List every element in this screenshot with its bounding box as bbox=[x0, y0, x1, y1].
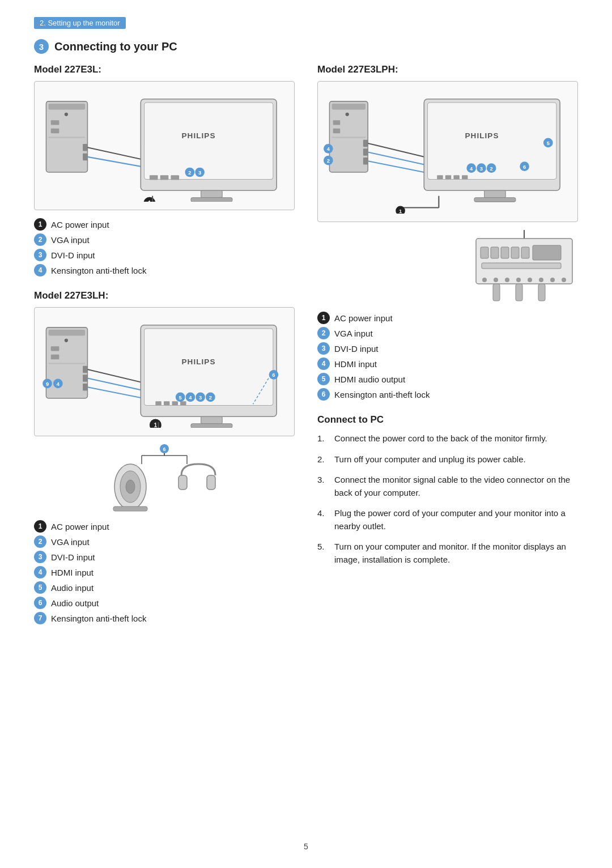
connect-to-pc-heading: Connect to PC bbox=[317, 414, 578, 426]
svg-rect-120 bbox=[491, 247, 499, 258]
connector-item: 4 HDMI input bbox=[317, 358, 578, 370]
model-227E3LPH-diagram: PHILIPS 5 6 bbox=[317, 81, 578, 222]
svg-rect-27 bbox=[49, 330, 86, 335]
connect-to-pc-section: Connect to PC 1. Connect the power cord … bbox=[317, 414, 578, 566]
model-227E3L-section: Model 227E3L: bbox=[34, 64, 295, 276]
audio-devices-svg: 6 bbox=[108, 444, 221, 512]
connector-item: 5 Audio input bbox=[34, 581, 295, 594]
model-227E3LPH-heading: Model 227E3LPH: bbox=[317, 64, 578, 75]
svg-rect-3 bbox=[51, 120, 60, 125]
connector-item: 2 VGA input bbox=[34, 535, 295, 548]
section-number: 3 bbox=[34, 39, 49, 54]
svg-text:6: 6 bbox=[163, 446, 165, 452]
model-227E3LPH-section: Model 227E3LPH: bbox=[317, 64, 578, 566]
svg-rect-96 bbox=[445, 175, 451, 179]
svg-rect-14 bbox=[191, 198, 232, 202]
svg-point-129 bbox=[516, 278, 521, 282]
svg-text:2: 2 bbox=[209, 395, 212, 401]
svg-text:4: 4 bbox=[57, 381, 60, 387]
model-227E3L-heading: Model 227E3L: bbox=[34, 64, 295, 75]
connect-step: 1. Connect the power cord to the back of… bbox=[317, 432, 578, 445]
connector-item: 2 VGA input bbox=[317, 327, 578, 339]
connector-item: 4 Kensington anti-theft lock bbox=[34, 264, 295, 276]
svg-rect-79 bbox=[332, 104, 366, 109]
connector-item: 6 Audio output bbox=[34, 597, 295, 609]
svg-point-80 bbox=[346, 113, 349, 116]
svg-rect-76 bbox=[178, 475, 187, 490]
svg-rect-123 bbox=[521, 247, 529, 258]
connector-item: 1 AC power input bbox=[317, 312, 578, 324]
svg-point-127 bbox=[494, 278, 498, 282]
svg-rect-85 bbox=[363, 148, 368, 156]
connector-item: 4 HDMI input bbox=[34, 566, 295, 578]
model-227E3LH-diagram: PHILIPS 1 5 bbox=[34, 307, 295, 436]
svg-point-131 bbox=[539, 278, 543, 282]
svg-rect-84 bbox=[363, 140, 368, 147]
svg-point-130 bbox=[528, 278, 532, 282]
svg-rect-41 bbox=[201, 416, 223, 424]
two-col-layout: Model 227E3L: bbox=[34, 64, 578, 638]
svg-rect-45 bbox=[172, 401, 178, 405]
svg-text:PHILIPS: PHILIPS bbox=[181, 131, 215, 140]
svg-rect-30 bbox=[51, 355, 60, 359]
svg-rect-124 bbox=[533, 245, 561, 260]
svg-text:6: 6 bbox=[272, 373, 275, 378]
svg-line-35 bbox=[87, 369, 146, 384]
svg-rect-29 bbox=[51, 346, 60, 351]
svg-text:1: 1 bbox=[399, 209, 402, 214]
diagram-227E3LPH-svg: PHILIPS 5 6 bbox=[324, 90, 572, 214]
svg-rect-44 bbox=[164, 401, 169, 405]
svg-rect-97 bbox=[453, 175, 459, 179]
svg-rect-82 bbox=[333, 129, 341, 133]
svg-point-2 bbox=[65, 113, 68, 116]
audio-devices-diagram: 6 bbox=[34, 444, 295, 512]
svg-text:2: 2 bbox=[188, 170, 191, 176]
svg-rect-15 bbox=[150, 175, 158, 180]
svg-rect-4 bbox=[51, 129, 60, 133]
left-column: Model 227E3L: bbox=[34, 64, 295, 638]
svg-rect-46 bbox=[180, 401, 186, 405]
section-heading: 3 Connecting to your PC bbox=[34, 39, 578, 54]
svg-point-28 bbox=[65, 339, 68, 342]
rear-panel-diagram bbox=[317, 230, 578, 304]
svg-text:5: 5 bbox=[547, 141, 550, 146]
svg-text:PHILIPS: PHILIPS bbox=[465, 131, 499, 140]
connect-step: 5. Turn on your computer and monitor. If… bbox=[317, 541, 578, 566]
svg-rect-1 bbox=[49, 104, 86, 109]
svg-rect-93 bbox=[484, 190, 506, 198]
connect-step: 2. Turn off your computer and unplug its… bbox=[317, 453, 578, 466]
svg-rect-95 bbox=[437, 175, 443, 179]
svg-text:2: 2 bbox=[490, 166, 493, 172]
connect-steps-list: 1. Connect the power cord to the back of… bbox=[317, 432, 578, 566]
svg-text:3: 3 bbox=[199, 395, 202, 401]
svg-line-87 bbox=[368, 143, 427, 158]
model-227E3L-connectors: 1 AC power input 2 VGA input 3 DVI-D inp… bbox=[34, 218, 295, 276]
svg-text:3: 3 bbox=[480, 166, 483, 172]
model-227E3LH-connectors: 1 AC power input 2 VGA input 3 DVI-D inp… bbox=[34, 520, 295, 624]
svg-rect-77 bbox=[207, 475, 215, 490]
connector-item: 3 DVI-D input bbox=[34, 551, 295, 563]
diagram-227E3L-svg: PHILIPS 1 2 bbox=[40, 90, 288, 202]
connector-item: 3 DVI-D input bbox=[34, 249, 295, 261]
svg-point-128 bbox=[505, 278, 509, 282]
diagram-227E3LH-svg: PHILIPS 1 5 bbox=[40, 316, 288, 428]
svg-rect-6 bbox=[83, 144, 87, 151]
svg-rect-16 bbox=[160, 175, 169, 180]
model-227E3LH-heading: Model 227E3LH: bbox=[34, 290, 295, 301]
svg-point-132 bbox=[550, 278, 555, 282]
svg-rect-11 bbox=[144, 103, 273, 180]
connector-item: 5 HDMI audio output bbox=[317, 373, 578, 385]
connect-step: 4. Plug the power cord of your computer … bbox=[317, 507, 578, 533]
svg-rect-31 bbox=[49, 363, 86, 364]
svg-text:6: 6 bbox=[523, 164, 526, 170]
model-227E3L-diagram: PHILIPS 1 2 bbox=[34, 81, 295, 210]
svg-text:PHILIPS: PHILIPS bbox=[181, 358, 215, 366]
svg-text:4: 4 bbox=[470, 166, 473, 172]
svg-rect-119 bbox=[481, 247, 488, 258]
svg-text:5: 5 bbox=[179, 395, 182, 401]
svg-rect-94 bbox=[474, 198, 516, 202]
connector-item: 1 AC power input bbox=[34, 520, 295, 533]
svg-rect-125 bbox=[482, 263, 561, 269]
svg-rect-81 bbox=[333, 120, 341, 125]
svg-point-74 bbox=[126, 480, 135, 493]
